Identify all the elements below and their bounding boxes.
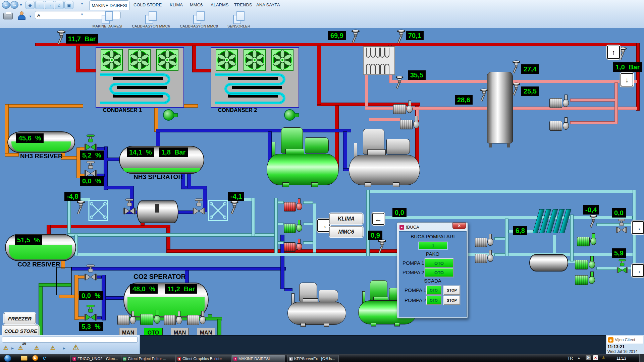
alarm-ack-icon[interactable]: ⚠ [18,345,23,351]
page-up-button[interactable]: ↑ [607,46,620,59]
pump[interactable] [393,100,414,115]
compressor-unit-stopped[interactable] [349,129,420,187]
control-valve-icon[interactable] [123,198,136,216]
tab-klima[interactable]: KLIMA [170,0,183,10]
tray-error-icon[interactable]: ✕ [593,355,598,360]
pako-pompa2-oto-button[interactable]: OTO [425,268,453,277]
home-button[interactable]: ⌂ [55,1,64,9]
pump[interactable] [187,310,207,326]
media-player-taskbar-icon[interactable]: ▶ [32,355,38,361]
pump[interactable] [549,117,570,131]
pump[interactable] [575,255,596,270]
tab-cold-store[interactable]: COLD STORE [133,0,162,10]
taskbar-task-frigo[interactable]: ●FRIGO_UNO2 - Citec... [70,355,121,362]
control-valve-icon[interactable] [84,304,97,322]
pump[interactable] [549,94,570,109]
user-icon[interactable] [17,11,27,20]
control-valve-icon[interactable] [616,259,628,274]
tab-makine-dairesi[interactable]: MAKINE DAIRESI [89,0,129,10]
ribbon-item-calibrasyon-mmc6[interactable]: CALIBRASYON MMC6 [131,11,171,28]
scada-pompa1-stop-button[interactable]: STOP [443,286,460,295]
bookmark-button[interactable]: ◆ [25,1,35,9]
flow-arrow-right-button[interactable]: → [632,264,644,277]
buffer-tank[interactable] [529,254,568,272]
taskbar-task-graphics-builder[interactable]: ◆Citect Graphics Builder [175,355,232,362]
freezer-page-button[interactable]: FREEZER [4,313,36,324]
intermediate-vessel[interactable] [137,200,178,223]
user-dropdown-caret[interactable]: ▼ [29,15,32,18]
compressor-unit-stopped[interactable] [287,283,346,327]
taskbar-clock[interactable]: 11:13 [616,356,626,361]
pump[interactable] [575,271,596,286]
condenser-pump-icon[interactable] [162,109,178,121]
control-valve-icon[interactable] [616,219,627,234]
pump[interactable] [284,238,303,252]
control-valve-icon[interactable] [84,264,97,282]
compressor-unit-running[interactable] [267,127,339,187]
nav-dropdown-caret[interactable]: ▼ [19,3,22,7]
pump[interactable] [400,115,421,130]
plate-bank-exchanger[interactable] [536,209,572,235]
pump[interactable] [140,309,162,326]
pako-pompa1-oto-button[interactable]: OTO [425,258,453,268]
alarm-filter-input[interactable] [2,337,138,343]
flow-arrow-left-button[interactable]: ← [372,213,384,225]
condenser-1[interactable] [96,47,184,108]
pump[interactable] [117,310,137,326]
nav-back-button[interactable]: ← [2,1,10,9]
tab-alarms[interactable]: ALARMS [211,0,228,10]
pump[interactable] [475,233,494,247]
control-valve-icon[interactable] [84,161,97,178]
taskbar-task-kepserverex[interactable]: ◧KEPServerEx - [C:\Us... [287,355,339,362]
condenser-pump-icon[interactable] [283,109,299,121]
scada-pompa2-stop-button[interactable]: STOP [443,296,460,305]
alarm-display-icon[interactable]: ⚠ [34,345,39,351]
page-forward-button[interactable]: → [45,1,54,9]
alarm-mute-icon[interactable]: ⚠ [3,345,8,351]
condenser-2[interactable] [211,47,299,108]
taskbar-task-makine-dairesi[interactable]: ●MAKINE DAIRESI [231,355,285,362]
dialog-close-button[interactable]: ✕ [452,223,466,229]
control-valve-icon[interactable] [192,198,206,216]
klima-page-button[interactable]: KLIMA [329,213,363,224]
buca-indicator[interactable]: 1 [418,242,448,250]
tray-tool-icon[interactable]: ⚒ [586,355,591,360]
ribbon-item-makine-dairesi[interactable]: MAKINE DAIRESI [87,11,127,28]
print-icon[interactable] [3,13,13,19]
taskbar-task-project-editor[interactable]: ▤Citect Project Editor ... [121,355,176,362]
pages-button[interactable]: ▣ [64,1,73,9]
nav-forward-button[interactable]: → [10,1,18,9]
mmc6-page-button[interactable]: MMC6 [329,226,363,237]
pump[interactable] [475,249,494,263]
tab-mmc6[interactable]: MMC6 [190,0,203,10]
tab-trends[interactable]: TRENDS [234,0,252,10]
scada-pompa2-oto-button[interactable]: OTO [426,296,441,305]
alarm-caret[interactable]: ▶ [63,347,65,350]
tab-ana-sayfa[interactable]: ANA SAYFA [256,0,280,10]
flow-arrow-right-button[interactable]: → [317,219,330,232]
show-desktop-button[interactable] [639,354,644,362]
flow-arrow-right-button[interactable]: → [632,221,644,234]
tray-expand-caret[interactable]: ▲ [578,356,580,359]
ribbon-item-calibrasyon-mmc8[interactable]: CALIBRASYON MMC8 [179,11,219,28]
receiver-vertical-tank[interactable] [487,72,513,143]
page-back-button[interactable]: ← [35,1,44,9]
start-button[interactable] [4,355,11,362]
tray-warning-icon[interactable]: ⚠ [601,355,606,360]
explorer-taskbar-icon[interactable] [21,356,28,361]
pump[interactable] [164,310,183,326]
pump[interactable] [284,219,303,233]
control-valve-icon[interactable] [84,134,97,152]
ribbon-caret[interactable]: ▼ [80,2,84,5]
internet-explorer-taskbar-icon[interactable]: e [43,355,49,361]
ribbon-item-sensorler[interactable]: SENSORLER [219,11,259,28]
alarm-caret[interactable]: ▶ [11,347,14,350]
scada-pompa1-oto-button[interactable]: OTO [426,286,441,295]
alarm-summary-icon[interactable]: ⚠ [72,343,79,352]
page-down-button[interactable]: ↓ [621,73,633,86]
alarm-report-icon[interactable]: ⚠ [50,345,55,351]
cold-store-page-button[interactable]: COLD STORE [3,325,39,337]
pump[interactable] [284,198,303,212]
pump[interactable] [577,233,598,247]
tray-language-indicator[interactable]: TR [568,356,573,361]
